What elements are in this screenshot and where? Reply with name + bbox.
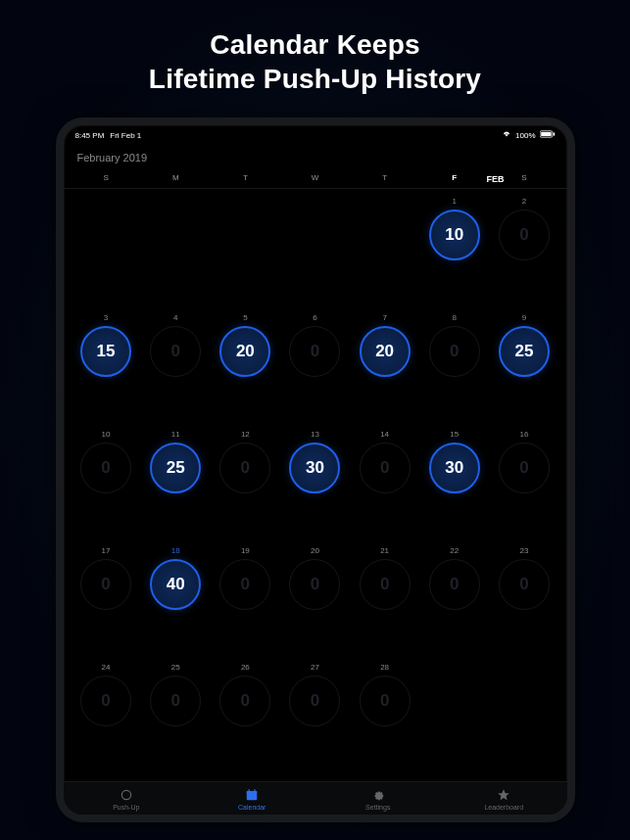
calendar-cell[interactable]: 110 (419, 195, 489, 311)
calendar-cell[interactable]: 1125 (141, 428, 211, 544)
calendar-cell[interactable]: 1840 (141, 544, 211, 661)
status-date: Fri Feb 1 (110, 131, 141, 140)
tab-calendar[interactable]: Calendar (189, 788, 315, 811)
day-number: 7 (382, 313, 386, 322)
day-count-empty[interactable]: 0 (429, 559, 480, 610)
calendar-cell[interactable]: 120 (211, 428, 280, 544)
day-number: 14 (380, 430, 389, 439)
calendar-cell[interactable]: 520 (211, 311, 280, 428)
day-count-empty[interactable]: 0 (289, 326, 340, 377)
day-count-empty[interactable]: 0 (219, 559, 270, 610)
day-count-empty[interactable]: 0 (289, 676, 340, 726)
month-badge: FEB (487, 174, 505, 184)
calendar-cell[interactable]: 60 (280, 311, 350, 428)
calendar-cell[interactable]: 220 (419, 544, 489, 661)
day-count-filled[interactable]: 20 (360, 326, 411, 377)
day-number: 9 (522, 313, 526, 322)
day-number: 2 (522, 197, 526, 206)
day-number: 25 (171, 663, 180, 672)
calendar-cell[interactable]: 170 (72, 544, 141, 661)
tab-label: Calendar (238, 804, 266, 811)
day-number: 23 (519, 546, 528, 555)
calendar-cell[interactable]: 190 (211, 544, 280, 661)
tab-settings[interactable]: Settings (315, 788, 442, 811)
day-number: 21 (380, 546, 389, 555)
svg-point-3 (121, 790, 130, 799)
calendar-cell[interactable]: 260 (211, 661, 280, 777)
day-count-empty[interactable]: 0 (219, 676, 270, 726)
tab-label: Push-Up (113, 804, 139, 811)
calendar-cell[interactable]: 315 (72, 311, 141, 428)
day-number: 10 (102, 430, 111, 439)
day-number: 11 (171, 430, 180, 439)
calendar-cell[interactable]: 270 (280, 661, 350, 777)
month-title: February 2019 (64, 142, 567, 169)
day-count-empty[interactable]: 0 (219, 443, 270, 493)
status-bar: 8:45 PM Fri Feb 1 100% (64, 125, 567, 142)
tab-label: Settings (365, 804, 390, 811)
wifi-icon (502, 130, 511, 140)
calendar-cell[interactable]: 40 (141, 311, 211, 428)
calendar-cell[interactable]: 240 (72, 661, 141, 777)
day-number: 6 (313, 313, 316, 322)
day-number: 1 (453, 197, 457, 206)
tab-leaderboard[interactable]: Leaderboard (441, 788, 567, 811)
day-count-empty[interactable]: 0 (429, 326, 480, 377)
weekday-label: M (141, 169, 211, 188)
calendar-cell[interactable]: 250 (141, 661, 211, 777)
day-number: 12 (241, 430, 250, 439)
device-frame: 8:45 PM Fri Feb 1 100% February 2019 SMT… (56, 117, 575, 822)
tab-push-up[interactable]: Push-Up (64, 788, 190, 811)
day-count-filled[interactable]: 30 (429, 443, 480, 493)
calendar-cell[interactable]: 160 (489, 428, 558, 544)
day-count-empty[interactable]: 0 (80, 443, 131, 493)
day-number: 27 (311, 663, 319, 672)
weekday-label: F (419, 169, 489, 188)
circle-icon (120, 788, 133, 802)
status-time: 8:45 PM (75, 131, 105, 140)
day-count-empty[interactable]: 0 (360, 559, 411, 610)
day-count-empty[interactable]: 0 (499, 443, 550, 493)
day-count-empty[interactable]: 0 (360, 676, 411, 726)
day-count-filled[interactable]: 25 (499, 326, 550, 377)
calendar-cell[interactable]: 80 (419, 311, 489, 428)
day-count-filled[interactable]: 25 (150, 443, 201, 493)
day-count-empty[interactable]: 0 (499, 210, 550, 260)
calendar-cell (141, 195, 211, 311)
day-count-filled[interactable]: 15 (80, 326, 131, 377)
day-count-empty[interactable]: 0 (289, 559, 340, 610)
calendar-cell[interactable]: 925 (489, 311, 558, 428)
calendar-cell[interactable]: 720 (350, 311, 419, 428)
day-count-empty[interactable]: 0 (150, 326, 201, 377)
day-count-empty[interactable]: 0 (499, 559, 550, 610)
calendar-cell[interactable]: 230 (489, 544, 558, 661)
svg-rect-2 (553, 132, 555, 135)
calendar-cell[interactable]: 200 (280, 544, 350, 661)
day-number: 15 (450, 430, 459, 439)
calendar-cell (489, 661, 558, 777)
calendar-icon (245, 788, 259, 802)
day-count-filled[interactable]: 30 (289, 443, 340, 493)
calendar-cell[interactable]: 140 (350, 428, 419, 544)
calendar-cell[interactable]: 100 (72, 428, 141, 544)
day-count-empty[interactable]: 0 (360, 443, 411, 493)
svg-rect-6 (249, 789, 250, 792)
weekday-label: S (72, 169, 141, 188)
day-number: 17 (102, 546, 111, 555)
calendar-cell[interactable]: 20 (489, 195, 558, 311)
calendar-cell[interactable]: 1330 (280, 428, 350, 544)
day-count-filled[interactable]: 40 (150, 559, 201, 610)
calendar-cell[interactable]: 1530 (419, 428, 489, 544)
day-count-empty[interactable]: 0 (80, 559, 131, 610)
day-count-empty[interactable]: 0 (150, 676, 201, 726)
calendar-cell[interactable]: 210 (350, 544, 419, 661)
calendar-cell (72, 195, 141, 311)
day-number: 26 (241, 663, 250, 672)
day-count-filled[interactable]: 20 (219, 326, 270, 377)
day-number: 19 (241, 546, 250, 555)
calendar-cell[interactable]: 280 (350, 661, 419, 777)
day-count-filled[interactable]: 10 (429, 210, 480, 260)
svg-rect-7 (255, 789, 256, 792)
day-count-empty[interactable]: 0 (80, 676, 131, 726)
day-number: 28 (380, 663, 389, 672)
